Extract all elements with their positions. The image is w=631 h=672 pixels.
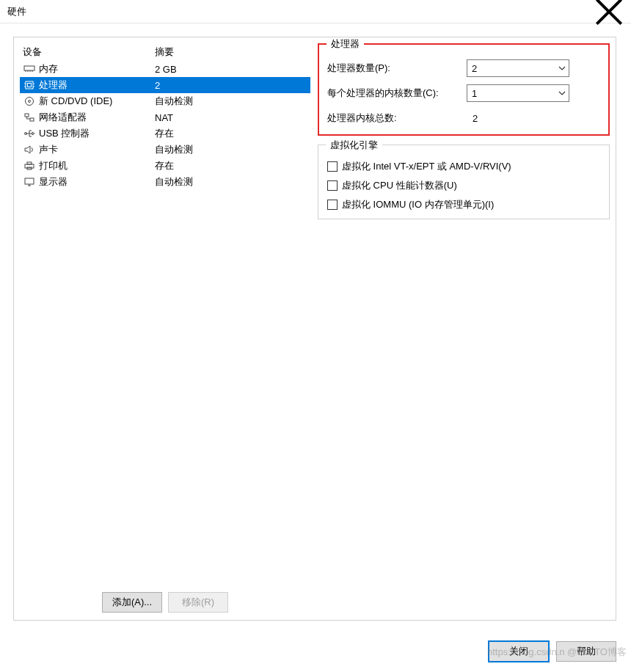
checkbox-icon [327,200,338,210]
close-icon [594,0,624,26]
num-processors-value: 2 [467,63,555,74]
device-summary: 自动检测 [155,95,310,108]
checkbox-perf-label: 虚拟化 CPU 性能计数器(U) [342,179,457,192]
window-title: 硬件 [7,5,594,18]
row-cores-per: 每个处理器的内核数量(C): 1 [327,81,600,106]
svg-rect-21 [25,178,34,184]
svg-rect-8 [28,84,32,87]
device-row-memory[interactable]: 内存 2 GB [20,61,310,77]
virtualization-group: 虚拟化引擎 虚拟化 Intel VT-x/EPT 或 AMD-V/RVI(V) … [318,145,610,219]
checkbox-vt[interactable]: 虚拟化 Intel VT-x/EPT 或 AMD-V/RVI(V) [327,157,600,176]
checkbox-vt-label: 虚拟化 Intel VT-x/EPT 或 AMD-V/RVI(V) [342,160,511,173]
checkbox-iommu-label: 虚拟化 IOMMU (IO 内存管理单元)(I) [342,198,494,211]
device-name: 网络适配器 [39,111,155,124]
device-summary: NAT [155,112,310,123]
svg-rect-7 [26,81,33,89]
col-header-device: 设备 [23,45,155,59]
device-row-cddvd[interactable]: 新 CD/DVD (IDE) 自动检测 [20,93,310,109]
device-action-buttons: 添加(A)... 移除(R) [20,588,310,614]
row-total-cores: 处理器内核总数: 2 [327,106,600,131]
device-summary: 2 GB [155,64,310,75]
checkbox-icon [327,161,338,172]
dialog-footer: 关闭 帮助 [489,641,616,662]
window-close-button[interactable] [594,2,624,21]
device-name: 显示器 [39,175,155,189]
checkbox-icon [327,180,338,191]
cores-per-label: 每个处理器的内核数量(C): [327,87,467,100]
cpu-icon [23,79,36,91]
remove-button: 移除(R) [168,592,228,613]
chevron-down-icon [555,60,569,76]
device-row-printer[interactable]: 打印机 存在 [20,158,310,174]
device-summary: 2 [155,80,310,91]
device-name: 新 CD/DVD (IDE) [39,95,155,108]
processor-group-title: 处理器 [327,37,364,51]
content-frame: 设备 摘要 内存 2 GB 处理器 2 [13,37,616,621]
total-cores-label: 处理器内核总数: [327,112,467,125]
device-name: 声卡 [39,143,155,156]
display-icon [23,176,36,188]
device-summary: 自动检测 [155,143,310,156]
total-cores-value: 2 [467,113,478,124]
hardware-dialog: 硬件 设备 摘要 内存 2 GB [0,0,631,672]
svg-rect-19 [27,162,32,164]
device-name: 处理器 [39,78,155,92]
device-row-cpu[interactable]: 处理器 2 [20,77,310,93]
svg-rect-16 [30,118,34,121]
device-name: USB 控制器 [39,127,155,140]
device-row-network[interactable]: 网络适配器 NAT [20,109,310,125]
device-panel: 设备 摘要 内存 2 GB 处理器 2 [20,43,310,614]
cores-per-value: 1 [467,88,555,99]
checkbox-perf[interactable]: 虚拟化 CPU 性能计数器(U) [327,176,600,195]
svg-point-13 [26,98,34,106]
device-summary: 存在 [155,159,310,172]
device-summary: 存在 [155,127,310,140]
num-processors-label: 处理器数量(P): [327,62,467,75]
device-row-sound[interactable]: 声卡 自动检测 [20,142,310,158]
svg-rect-15 [25,114,29,117]
device-name: 打印机 [39,159,155,172]
titlebar: 硬件 [0,0,631,23]
cores-per-combo[interactable]: 1 [467,84,569,102]
detail-panel: 处理器 处理器数量(P): 2 每个处理器的内核数量(C): 1 [318,43,610,614]
printer-icon [23,160,36,172]
help-button[interactable]: 帮助 [556,641,616,662]
checkbox-iommu[interactable]: 虚拟化 IOMMU (IO 内存管理单元)(I) [327,195,600,214]
disc-icon [23,95,36,107]
chevron-down-icon [555,85,569,101]
network-icon [23,112,36,123]
device-list[interactable]: 设备 摘要 内存 2 GB 处理器 2 [20,43,310,588]
device-list-header: 设备 摘要 [20,43,310,61]
add-button[interactable]: 添加(A)... [102,592,162,613]
sound-icon [23,144,36,156]
virtualization-group-title: 虚拟化引擎 [326,139,382,152]
col-header-summary: 摘要 [155,45,310,59]
device-row-usb[interactable]: USB 控制器 存在 [20,125,310,142]
num-processors-combo[interactable]: 2 [467,59,569,77]
device-row-display[interactable]: 显示器 自动检测 [20,174,310,190]
device-summary: 自动检测 [155,175,310,189]
close-button[interactable]: 关闭 [489,641,549,662]
svg-point-14 [29,101,31,103]
svg-rect-2 [24,66,34,70]
memory-icon [23,63,36,75]
row-num-processors: 处理器数量(P): 2 [327,56,600,81]
usb-icon [23,128,36,139]
processor-group: 处理器 处理器数量(P): 2 每个处理器的内核数量(C): 1 [318,43,610,136]
device-name: 内存 [39,62,155,76]
